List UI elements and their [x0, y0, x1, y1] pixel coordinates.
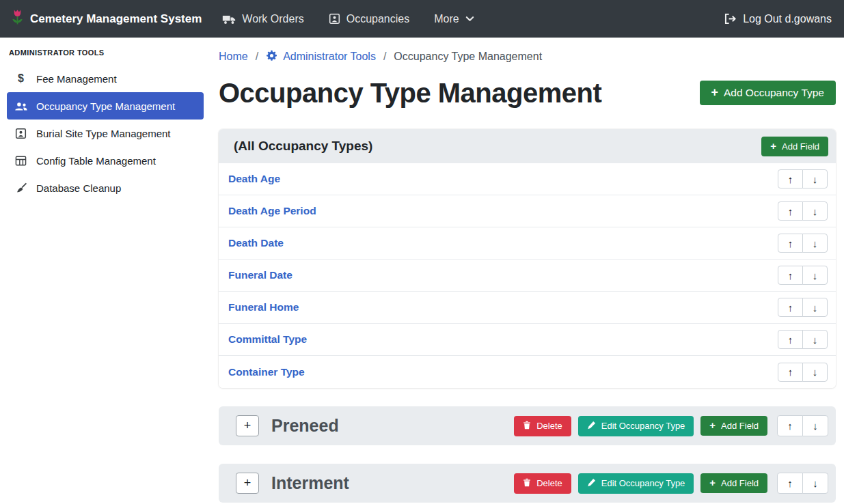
reorder-button-group: ↑ ↓ — [777, 415, 828, 436]
field-row: Death Age Period ↑ ↓ — [219, 195, 836, 227]
broom-icon — [13, 182, 29, 194]
section-preneed: + Preneed Delete — [219, 406, 836, 445]
move-up-button[interactable]: ↑ — [778, 363, 803, 382]
nav-occupancies-label: Occupancies — [346, 13, 410, 25]
users-icon — [13, 101, 29, 111]
reorder-button-group: ↑ ↓ — [778, 298, 828, 317]
field-link[interactable]: Death Date — [228, 237, 284, 249]
field-link[interactable]: Funeral Date — [228, 269, 292, 281]
gear-icon — [266, 50, 277, 64]
field-link[interactable]: Container Type — [228, 366, 305, 378]
reorder-button-group: ↑ ↓ — [778, 234, 828, 253]
breadcrumb-admin-label: Administrator Tools — [283, 51, 376, 63]
move-down-button[interactable]: ↓ — [802, 298, 828, 317]
move-up-button[interactable]: ↑ — [778, 201, 803, 221]
breadcrumb-admin-link[interactable]: Administrator Tools — [266, 50, 376, 64]
delete-label: Delete — [536, 421, 562, 431]
field-row: Committal Type ↑ ↓ — [219, 324, 836, 356]
logout-label: Log Out d.gowans — [743, 13, 832, 25]
move-up-button[interactable]: ↑ — [778, 234, 803, 253]
sidebar-item-label: Burial Site Type Management — [36, 128, 171, 139]
edit-occupancy-type-button[interactable]: Edit Occupancy Type — [578, 416, 694, 436]
field-link[interactable]: Funeral Home — [228, 301, 299, 313]
sidebar-item-label: Database Cleanup — [36, 182, 121, 194]
reorder-button-group: ↑ ↓ — [778, 201, 828, 221]
nav-work-orders[interactable]: Work Orders — [222, 13, 303, 25]
sidebar-item-fee-management[interactable]: $ Fee Management — [7, 65, 204, 92]
sidebar-item-label: Fee Management — [36, 73, 117, 85]
move-up-button[interactable]: ↑ — [777, 473, 803, 494]
breadcrumb-separator: / — [383, 51, 386, 63]
sidebar-item-label: Config Table Management — [36, 155, 156, 167]
section-title: Interment — [271, 473, 514, 493]
edit-label: Edit Occupancy Type — [601, 421, 685, 431]
add-occupancy-type-button[interactable]: + Add Occupancy Type — [700, 81, 836, 105]
edit-occupancy-type-button[interactable]: Edit Occupancy Type — [578, 473, 694, 494]
trash-icon — [523, 478, 531, 489]
sidebar-item-burial-site-type-management[interactable]: Burial Site Type Management — [7, 120, 204, 147]
expand-button[interactable]: + — [236, 473, 259, 494]
move-up-button[interactable]: ↑ — [778, 298, 803, 317]
sidebar-item-occupancy-type-management[interactable]: Occupancy Type Management — [7, 92, 204, 120]
field-row: Container Type ↑ ↓ — [219, 356, 836, 388]
section-interment: + Interment Delete — [219, 464, 836, 503]
field-row: Funeral Date ↑ ↓ — [219, 260, 836, 292]
breadcrumb-separator: / — [256, 51, 258, 63]
brand[interactable]: Cemetery Management System — [11, 8, 202, 29]
page-title: Occupancy Type Management — [219, 76, 601, 110]
field-link[interactable]: Committal Type — [228, 333, 307, 346]
burial-site-icon — [13, 128, 29, 139]
breadcrumb-home-link[interactable]: Home — [219, 51, 248, 63]
all-occupancy-types-header: (All Occupancy Types) + Add Field — [219, 129, 836, 163]
move-down-button[interactable]: ↓ — [802, 415, 828, 436]
field-row: Death Date ↑ ↓ — [219, 227, 836, 260]
move-down-button[interactable]: ↓ — [802, 266, 828, 285]
move-up-button[interactable]: ↑ — [778, 169, 803, 188]
field-link[interactable]: Death Age Period — [228, 205, 316, 217]
sidebar: ADMINISTRATOR TOOLS $ Fee Management Occ… — [0, 38, 210, 504]
move-down-button[interactable]: ↓ — [802, 363, 828, 382]
field-link[interactable]: Death Age — [228, 173, 280, 185]
reorder-button-group: ↑ ↓ — [778, 330, 828, 349]
move-down-button[interactable]: ↓ — [802, 234, 828, 253]
nav-more[interactable]: More — [434, 13, 474, 25]
sidebar-item-config-table-management[interactable]: Config Table Management — [7, 147, 204, 174]
move-down-button[interactable]: ↓ — [802, 169, 828, 188]
expand-button[interactable]: + — [236, 415, 259, 436]
breadcrumb-current: Occupancy Type Management — [394, 51, 542, 63]
all-occupancy-types-card: (All Occupancy Types) + Add Field Death … — [219, 129, 836, 388]
plus-icon: + — [770, 141, 776, 152]
all-occupancy-types-title: (All Occupancy Types) — [234, 139, 372, 154]
move-down-button[interactable]: ↓ — [802, 473, 828, 494]
truck-icon — [222, 14, 236, 25]
move-up-button[interactable]: ↑ — [778, 266, 803, 285]
sidebar-item-label: Occupancy Type Management — [36, 100, 175, 112]
delete-button[interactable]: Delete — [514, 473, 571, 494]
pencil-icon — [587, 478, 596, 489]
reorder-button-group: ↑ ↓ — [778, 266, 828, 285]
section-actions: Delete Edit Occupancy Type + Add Field ↑ — [514, 415, 828, 436]
add-field-button[interactable]: + Add Field — [700, 473, 767, 493]
sidebar-item-database-cleanup[interactable]: Database Cleanup — [7, 174, 204, 201]
tulip-icon — [11, 8, 24, 29]
add-field-button[interactable]: + Add Field — [700, 416, 767, 436]
logout-link[interactable]: Log Out d.gowans — [724, 13, 832, 25]
nav-more-label: More — [434, 13, 459, 25]
dollar-icon: $ — [13, 72, 29, 85]
move-up-button[interactable]: ↑ — [778, 330, 803, 349]
edit-label: Edit Occupancy Type — [601, 478, 685, 488]
reorder-button-group: ↑ ↓ — [778, 363, 828, 382]
add-occupancy-type-label: Add Occupancy Type — [724, 87, 824, 99]
page-header: Occupancy Type Management + Add Occupanc… — [219, 76, 836, 110]
section-title: Preneed — [271, 416, 514, 436]
move-up-button[interactable]: ↑ — [777, 415, 803, 436]
nav-occupancies[interactable]: Occupancies — [329, 13, 410, 25]
add-field-button[interactable]: + Add Field — [761, 137, 828, 156]
main-content: Home / Administrator Tools / Occupancy T… — [210, 38, 844, 504]
plus-icon: + — [711, 87, 718, 99]
move-down-button[interactable]: ↓ — [802, 201, 828, 221]
delete-button[interactable]: Delete — [514, 416, 571, 436]
nav-work-orders-label: Work Orders — [242, 13, 303, 25]
trash-icon — [523, 421, 531, 432]
move-down-button[interactable]: ↓ — [802, 330, 828, 349]
